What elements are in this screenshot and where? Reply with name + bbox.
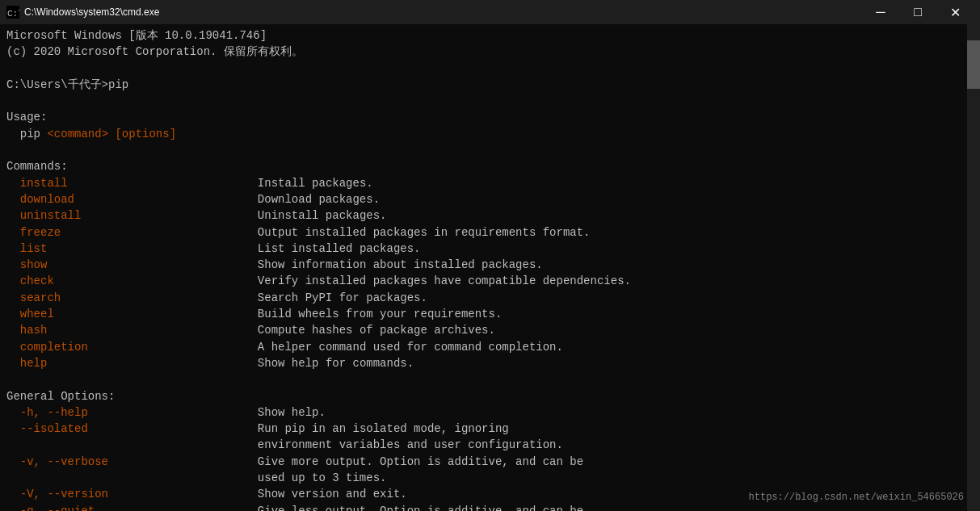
line-hash: hash Compute hashes of package archives. — [6, 322, 974, 338]
line-help-opt: -h, --help Show help. — [6, 404, 974, 421]
line-verbose: -v, --verbose Give more output. Option i… — [6, 454, 974, 470]
title-bar-text: C:\Windows\system32\cmd.exe — [24, 6, 862, 18]
line-search: search Search PyPI for packages. — [6, 290, 974, 306]
line-wheel: wheel Build wheels from your requirement… — [6, 306, 974, 322]
cmd-icon: C:\ — [6, 6, 19, 19]
line-blank-4 — [6, 371, 974, 387]
line-general-header: General Options: — [6, 388, 974, 404]
line-isolated: --isolated Run pip in an isolated mode, … — [6, 421, 974, 437]
line-show: show Show information about installed pa… — [6, 257, 974, 273]
scrollbar[interactable] — [967, 24, 980, 511]
title-bar-controls: ─ □ ✕ — [862, 0, 974, 24]
line-prompt: C:\Users\千代子>pip — [6, 77, 974, 93]
line-verbose-cont: used up to 3 times. — [6, 470, 974, 486]
line-install: install Install packages. — [6, 175, 974, 191]
title-bar: C:\ C:\Windows\system32\cmd.exe ─ □ ✕ — [0, 0, 980, 24]
line-blank-2 — [6, 93, 974, 109]
scrollbar-thumb[interactable] — [967, 40, 980, 89]
watermark: https://blog.csdn.net/weixin_54665026 — [749, 491, 964, 505]
close-button[interactable]: ✕ — [936, 0, 974, 24]
line-isolated-cont: environment variables and user configura… — [6, 437, 974, 453]
line-completion: completion A helper command used for com… — [6, 339, 974, 355]
line-help-cmd: help Show help for commands. — [6, 355, 974, 371]
line-2: (c) 2020 Microsoft Corporation. 保留所有权利。 — [6, 44, 974, 60]
line-usage-header: Usage: — [6, 109, 974, 125]
line-commands-header: Commands: — [6, 158, 974, 174]
svg-text:C:\: C:\ — [7, 9, 19, 19]
line-blank-1 — [6, 61, 974, 77]
line-freeze: freeze Output installed packages in requ… — [6, 224, 974, 241]
line-1: Microsoft Windows [版本 10.0.19041.746] — [6, 27, 974, 44]
line-uninstall: uninstall Uninstall packages. — [6, 207, 974, 224]
terminal-content: Microsoft Windows [版本 10.0.19041.746] (c… — [0, 24, 980, 511]
window: C:\ C:\Windows\system32\cmd.exe ─ □ ✕ Mi… — [0, 0, 980, 511]
line-list: list List installed packages. — [6, 241, 974, 257]
line-blank-3 — [6, 142, 974, 158]
line-download: download Download packages. — [6, 191, 974, 207]
line-usage-syntax: pip <command> [options] — [6, 126, 974, 142]
maximize-button[interactable]: □ — [899, 0, 936, 24]
line-check: check Verify installed packages have com… — [6, 273, 974, 289]
minimize-button[interactable]: ─ — [862, 0, 899, 24]
